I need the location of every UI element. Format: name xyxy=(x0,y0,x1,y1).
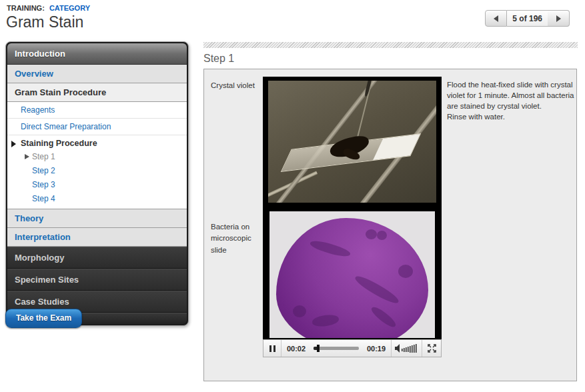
sidebar-item-introduction[interactable]: Introduction xyxy=(7,43,187,65)
sidebar-item-label: Step 1 xyxy=(32,152,55,161)
step-content-panel: Crystal violet Flood the heat-fixed slid… xyxy=(203,69,577,381)
player-progress-fill xyxy=(314,347,318,350)
sidebar-item-overview[interactable]: Overview xyxy=(7,65,187,83)
training-page: TRAINING: CATEGORY Gram Stain 5 of 196 I… xyxy=(0,0,585,392)
sidebar-item-specimen-sites[interactable]: Specimen Sites xyxy=(7,269,187,291)
breadcrumb-training-label: TRAINING: xyxy=(7,4,45,12)
volume-icon xyxy=(395,343,419,353)
breadcrumb: TRAINING: CATEGORY xyxy=(7,4,90,12)
current-step-marker-icon xyxy=(25,154,29,159)
sidebar-item-theory[interactable]: Theory xyxy=(7,209,187,228)
step-description-text: Flood the heat-fixed slide with crystal … xyxy=(447,79,575,122)
bacteria-coccus xyxy=(377,231,387,240)
sidebar-item-label: Staining Procedure xyxy=(21,139,97,148)
seek-bar[interactable] xyxy=(311,340,362,357)
pager-next-button[interactable] xyxy=(548,10,570,27)
step-heading: Step 1 xyxy=(203,53,234,65)
duration-label: 00:19 xyxy=(362,340,391,357)
bacteria-coccus xyxy=(366,229,377,239)
left-arrow-icon xyxy=(494,15,498,22)
sidebar-item-staining-procedure[interactable]: Staining Procedure xyxy=(7,135,187,150)
sidebar-item-interpretation[interactable]: Interpretation xyxy=(7,228,187,247)
page-title: Gram Stain xyxy=(6,13,83,31)
pager-prev-button[interactable] xyxy=(485,10,507,27)
slide-frosted-end xyxy=(373,134,420,160)
video-frame-slide-flooding[interactable] xyxy=(263,77,442,208)
seek-track[interactable] xyxy=(314,347,359,350)
slide-flooding-still-image xyxy=(268,81,436,203)
pager-position-label: 5 of 196 xyxy=(507,10,548,27)
fullscreen-button[interactable] xyxy=(422,340,441,357)
hatched-divider xyxy=(203,42,578,48)
take-exam-button[interactable]: Take the Exam xyxy=(5,309,82,328)
course-nav-sidebar: Introduction Overview Gram Stain Procedu… xyxy=(5,41,189,326)
sidebar-item-step-4[interactable]: Step 4 xyxy=(7,192,187,209)
volume-button[interactable] xyxy=(391,340,422,357)
seek-handle[interactable] xyxy=(317,345,320,352)
pager: 5 of 196 xyxy=(485,10,570,27)
sidebar-item-step-3[interactable]: Step 3 xyxy=(7,178,187,192)
sidebar-item-step-2[interactable]: Step 2 xyxy=(7,164,187,178)
stained-bacteria-still-image xyxy=(269,211,435,338)
sidebar-item-morphology[interactable]: Morphology xyxy=(7,247,187,269)
media-label-bacteria-slide: Bacteria on microscopic slide xyxy=(211,221,263,256)
video-player-controls: 00:02 00:19 xyxy=(263,339,442,357)
video-frame-stained-bacteria[interactable] xyxy=(263,208,442,340)
breadcrumb-category-link[interactable]: CATEGORY xyxy=(49,4,90,12)
sidebar-item-reagents[interactable]: Reagents xyxy=(7,102,187,119)
current-time-label: 00:02 xyxy=(281,340,311,357)
fullscreen-icon xyxy=(428,344,436,353)
bacteria-coccus xyxy=(293,305,306,317)
pause-button[interactable] xyxy=(263,340,281,357)
sidebar-item-direct-smear-preparation[interactable]: Direct Smear Preparation xyxy=(7,119,187,135)
sidebar-item-gram-stain-procedure[interactable]: Gram Stain Procedure xyxy=(7,83,187,102)
sidebar-item-step-1[interactable]: Step 1 xyxy=(7,150,187,164)
media-label-crystal-violet: Crystal violet xyxy=(211,80,255,91)
active-section-marker-icon xyxy=(11,141,16,147)
pause-icon xyxy=(268,345,276,352)
right-arrow-icon xyxy=(556,15,561,22)
